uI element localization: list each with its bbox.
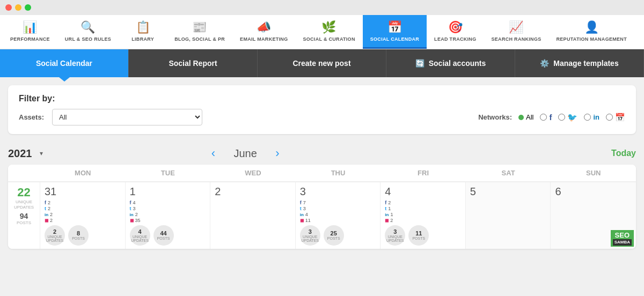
subnav-social-accounts[interactable]: 🔄 Social accounts	[386, 49, 515, 77]
top-nav: 📊 PERFORMANCE 🔍 URL & SEO RULES 📋 LIBRAR…	[0, 15, 644, 49]
twitter-icon: 🐦	[567, 113, 577, 122]
week-number: 22	[17, 187, 30, 198]
posts-3: 25 POSTS	[324, 225, 344, 246]
cell-thu-3[interactable]: 3 f7 t3 in4 ◼11 3 UNIQUEUPDATES 25 POSTS	[296, 182, 381, 249]
subnav-social-calendar[interactable]: Social Calendar	[0, 49, 129, 77]
networks-row: Networks: All f 🐦 in 📅	[478, 113, 625, 122]
posts-4-fri: 11 POSTS	[408, 225, 429, 246]
cell-fri-4[interactable]: 4 f2 t1 in1 ◼2 3 UNIQUEUPDATES 11 POSTS	[380, 182, 466, 249]
network-all-label: All	[526, 113, 533, 121]
nav-social-curation[interactable]: 🌿 SOCIAL & CURATION	[295, 15, 362, 49]
cell-tue-1[interactable]: 1 f4 t3 in2 ◼35 4 UNIQUEUPDATES 44 POSTS	[126, 182, 211, 249]
next-month-button[interactable]: ›	[275, 146, 279, 160]
unique-updates-31: 2 UNIQUEUPDATES	[45, 225, 65, 246]
network-all[interactable]: All	[518, 113, 533, 121]
badges-1: f4 t3 in2 ◼35	[130, 200, 206, 223]
badge-li-4: in1	[385, 212, 461, 217]
nav-reputation[interactable]: 👤 REPUTATION MANAGEMENT	[549, 15, 634, 49]
subnav-social-report[interactable]: Social Report	[129, 49, 258, 77]
cell-wed-2[interactable]: 2	[210, 182, 296, 249]
network-facebook[interactable]: f	[540, 113, 552, 122]
nav-social-calendar-label: SOCIAL CALENDAR	[370, 36, 419, 42]
seo-samba-logo: SEOSAMBA	[611, 230, 634, 247]
badge-tw-4: t1	[385, 206, 461, 211]
badges-4-fri: f2 t1 in1 ◼2	[385, 200, 461, 223]
network-linkedin[interactable]: in	[584, 113, 599, 121]
month-nav: ‹ June ›	[211, 146, 280, 160]
nav-email-label: EMAIL MARKETING	[240, 36, 288, 42]
month-display: June	[224, 147, 267, 160]
network-calendar[interactable]: 📅	[606, 113, 625, 122]
fri-header: FRI	[380, 165, 466, 181]
sub-nav: Social Calendar Social Report Create new…	[0, 49, 644, 77]
badge-li-1: in2	[130, 212, 206, 217]
today-button[interactable]: Today	[611, 149, 636, 158]
badge-li-3: in4	[300, 212, 376, 217]
nav-search-rankings[interactable]: 📈 SEARCH RANKINGS	[484, 15, 548, 49]
nav-url-seo[interactable]: 🔍 URL & SEO RULES	[57, 15, 119, 49]
nav-performance-label: PERFORMANCE	[10, 36, 50, 42]
networks-label: Networks:	[478, 113, 512, 121]
filter-row: Assets: All Networks: All f 🐦 in	[19, 109, 625, 125]
assets-select[interactable]: All	[52, 109, 202, 125]
nav-social-curation-label: SOCIAL & CURATION	[303, 36, 355, 42]
posts-31: 8 POSTS	[68, 225, 89, 246]
cell-sat-5[interactable]: 5	[466, 182, 551, 249]
mon-header: MON	[40, 165, 126, 181]
footer-1: 4 UNIQUEUPDATES 44 POSTS	[130, 225, 206, 246]
nav-lead-tracking[interactable]: 🎯 LEAD TRACKING	[427, 15, 484, 49]
week-posts-label: POSTS	[17, 220, 31, 225]
nav-blog-social[interactable]: 📰 BLOG, SOCIAL & PR	[167, 15, 232, 49]
date-4-fri: 4	[385, 186, 461, 198]
calendar: MON TUE WED THU FRI SAT SUN 22 UNIQUEUPD…	[8, 165, 636, 249]
sun-header: SUN	[551, 165, 636, 181]
url-seo-icon: 🔍	[80, 20, 95, 34]
maximize-btn[interactable]	[25, 4, 31, 11]
blog-social-icon: 📰	[192, 20, 207, 34]
badge-ig-4: ◼2	[385, 218, 461, 223]
date-5: 5	[470, 186, 546, 198]
thu-header: THU	[296, 165, 381, 181]
prev-month-button[interactable]: ‹	[211, 146, 215, 160]
badge-tw-3: t3	[300, 206, 376, 211]
library-icon: 📋	[136, 20, 150, 34]
subnav-social-report-label: Social Report	[169, 59, 217, 68]
unique-updates-1: 4 UNIQUEUPDATES	[130, 225, 150, 246]
calendar-network-icon: 📅	[615, 113, 625, 122]
facebook-icon: f	[549, 113, 552, 122]
nav-email[interactable]: 📣 EMAIL MARKETING	[232, 15, 295, 49]
date-6: 6	[555, 186, 632, 198]
date-2: 2	[215, 186, 291, 198]
cell-mon-31[interactable]: 31 f2 t2 in2 ◼2 2 UNIQUEUPDATES 8 POSTS	[40, 182, 126, 249]
title-bar	[0, 0, 644, 15]
minimize-btn[interactable]	[15, 4, 21, 11]
badge-fb-31: f2	[45, 200, 121, 205]
linkedin-icon: in	[593, 113, 599, 121]
badge-ig-3: ◼11	[300, 218, 376, 223]
badge-tw-31: t2	[45, 206, 121, 211]
badge-fb-1: f4	[130, 200, 206, 205]
nav-url-seo-label: URL & SEO RULES	[65, 36, 111, 42]
filter-section: Filter by: Assets: All Networks: All f 🐦…	[8, 85, 636, 134]
close-btn[interactable]	[5, 4, 12, 11]
cell-sun-6[interactable]: 6 SEOSAMBA	[551, 182, 636, 249]
year-caret-icon: ▾	[40, 150, 43, 157]
nav-library-label: LIBRARY	[131, 36, 154, 42]
assets-label: Assets:	[19, 113, 46, 121]
nav-library[interactable]: 📋 LIBRARY	[119, 15, 167, 49]
badge-tw-1: t3	[130, 206, 206, 211]
unique-updates-label: UNIQUEUPDATES	[14, 199, 34, 210]
wed-header: WED	[210, 165, 296, 181]
badges-31: f2 t2 in2 ◼2	[45, 200, 121, 223]
subnav-manage-templates[interactable]: ⚙️ Manage templates	[515, 49, 644, 77]
nav-reputation-label: REPUTATION MANAGEMENT	[557, 36, 627, 42]
subnav-social-calendar-label: Social Calendar	[36, 59, 92, 68]
nav-blog-social-label: BLOG, SOCIAL & PR	[174, 36, 225, 42]
nav-performance[interactable]: 📊 PERFORMANCE	[3, 15, 57, 49]
nav-social-calendar[interactable]: 📅 SOCIAL CALENDAR	[363, 15, 427, 49]
network-twitter[interactable]: 🐦	[558, 113, 577, 122]
subnav-create-post[interactable]: Create new post	[258, 49, 386, 77]
unique-updates-4-fri: 3 UNIQUEUPDATES	[385, 225, 405, 246]
unique-updates-3: 3 UNIQUEUPDATES	[300, 225, 320, 246]
nav-lead-tracking-label: LEAD TRACKING	[434, 36, 476, 42]
